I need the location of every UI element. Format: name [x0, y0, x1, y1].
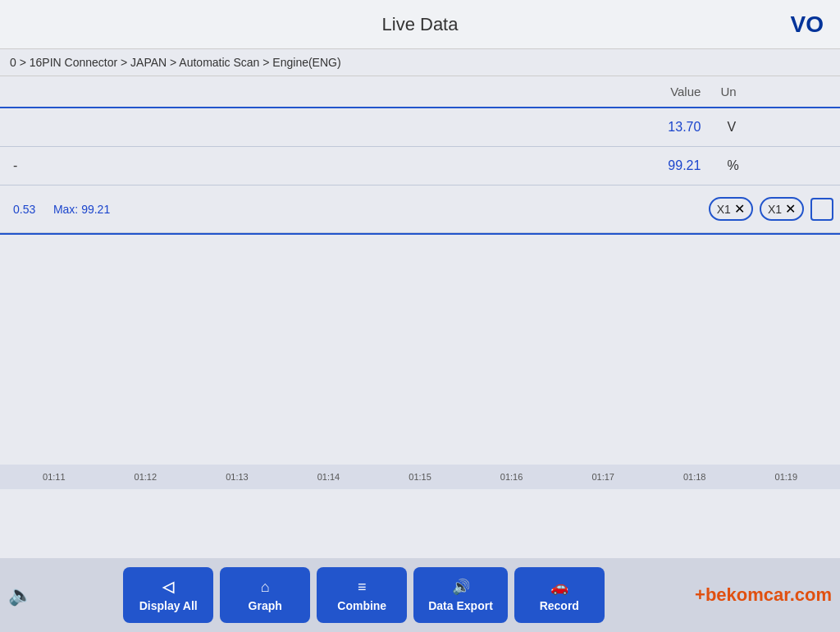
page-title: Live Data	[382, 14, 459, 35]
stats-row: 0.53 Max: 99.21 X1 ✕	[0, 185, 840, 233]
live-data-table: Value Un 13.70 V - 99.21 %	[0, 76, 840, 233]
graph-button[interactable]: ⌂ Graph	[220, 567, 310, 623]
combine-label: Combine	[337, 599, 386, 612]
y1-close-icon[interactable]: ✕	[785, 201, 796, 217]
row2-unit: %	[714, 147, 840, 185]
record-button[interactable]: 🚗 Record	[514, 567, 605, 623]
timeline-label-9: 01:19	[741, 472, 833, 482]
volume-icon[interactable]: 🔈	[8, 584, 33, 607]
y1-axis-button[interactable]: X1 ✕	[760, 197, 804, 221]
graph-area	[0, 235, 840, 465]
graph-label: Graph	[249, 599, 282, 612]
timeline-label-7: 01:17	[557, 472, 649, 482]
max-value: Max: 99.21	[53, 203, 110, 216]
row2-name: -	[0, 147, 504, 185]
col-name	[0, 76, 504, 108]
table-row[interactable]: - 99.21 %	[0, 147, 840, 185]
display-all-label: Display All	[139, 599, 198, 612]
data-export-label: Data Export	[428, 599, 493, 612]
row1-name	[0, 108, 504, 147]
toolbar-right: +bekomcar.com	[695, 584, 832, 606]
watermark: +bekomcar.com	[695, 584, 832, 606]
x1-label: X1	[717, 203, 731, 216]
row2-value: 99.21	[504, 147, 714, 185]
record-label: Record	[540, 599, 579, 612]
display-all-icon: ◁	[162, 578, 174, 596]
y1-label: X1	[768, 203, 782, 216]
record-icon: 🚗	[550, 578, 568, 596]
data-export-button[interactable]: 🔊 Data Export	[413, 567, 508, 623]
watermark-text: bekomcar.com	[705, 584, 832, 605]
row1-value: 13.70	[504, 108, 714, 147]
combine-button[interactable]: ≡ Combine	[317, 567, 407, 623]
toolbar-left: 🔈	[8, 584, 33, 607]
col-unit: Un	[714, 76, 840, 108]
bottom-toolbar: 🔈 ◁ Display All ⌂ Graph ≡ Combine 🔊 Data…	[0, 558, 840, 632]
timeline-label-3: 01:13	[191, 472, 283, 482]
display-all-button[interactable]: ◁ Display All	[123, 567, 213, 623]
header: Live Data VO	[0, 0, 840, 49]
toolbar-center: ◁ Display All ⌂ Graph ≡ Combine 🔊 Data E…	[33, 567, 695, 623]
graph-icon: ⌂	[261, 579, 270, 596]
extra-button[interactable]	[810, 198, 833, 221]
breadcrumb: 0 > 16PIN Connector > JAPAN > Automatic …	[0, 49, 840, 76]
combine-icon: ≡	[358, 579, 367, 596]
data-export-icon: 🔊	[452, 578, 470, 596]
timeline-label-4: 01:14	[283, 472, 375, 482]
timeline-label-6: 01:16	[466, 472, 558, 482]
col-value: Value	[504, 76, 714, 108]
data-table-container: Value Un 13.70 V - 99.21 %	[0, 76, 840, 233]
watermark-prefix: +	[695, 584, 705, 605]
x1-axis-button[interactable]: X1 ✕	[709, 197, 753, 221]
timeline-label-2: 01:12	[100, 472, 192, 482]
timeline-label-8: 01:18	[649, 472, 741, 482]
header-logo: VO	[791, 11, 824, 38]
timeline: 01:11 01:12 01:13 01:14 01:15 01:16 01:1…	[0, 465, 840, 489]
x1-close-icon[interactable]: ✕	[734, 201, 745, 217]
timeline-label-1: 01:11	[8, 472, 100, 482]
timeline-label-5: 01:15	[374, 472, 466, 482]
table-row[interactable]: 13.70 V	[0, 108, 840, 147]
row1-unit: V	[714, 108, 840, 147]
min-value: 0.53	[13, 203, 39, 216]
